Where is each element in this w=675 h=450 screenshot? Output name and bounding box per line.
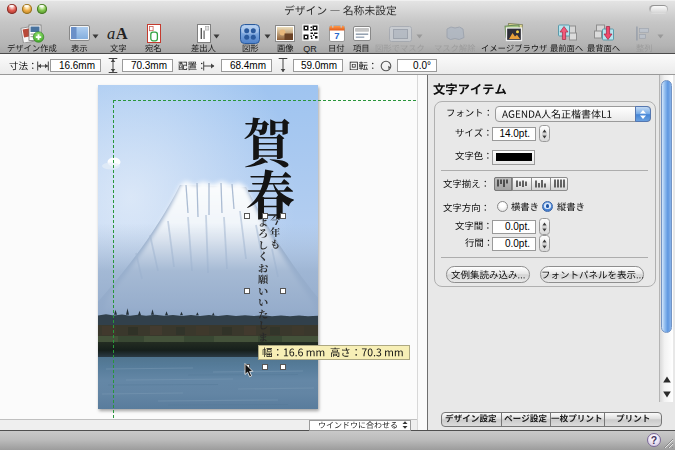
svg-text:7: 7 xyxy=(334,30,339,41)
